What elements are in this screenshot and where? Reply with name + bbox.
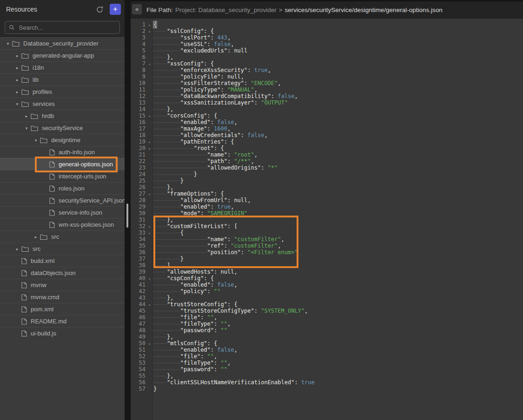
code-line: 47"fileType": "", xyxy=(131,321,523,327)
indent-guide xyxy=(153,243,207,249)
tree-item-general-options-json[interactable]: general-options.json xyxy=(0,158,125,170)
line-number: 34 xyxy=(131,236,146,243)
tree-item-label: src xyxy=(33,245,40,252)
line-number: 4 xyxy=(131,41,146,47)
code-token: "policy": xyxy=(180,288,214,295)
line-number: 47 xyxy=(131,321,146,327)
indent-guide xyxy=(153,262,167,269)
tree-item-auth-info-json[interactable]: auth-info.json xyxy=(0,146,125,158)
chevron-right-icon[interactable]: ▸ xyxy=(13,247,21,251)
chevron-right-icon[interactable]: ▸ xyxy=(13,66,21,70)
code-token: "path": xyxy=(207,158,234,164)
code-token: , xyxy=(281,236,285,243)
code-line: 31}, xyxy=(131,217,523,223)
tree-item-build-xml[interactable]: build.xml xyxy=(0,255,125,267)
tree-item-wm-xss-policies-json[interactable]: wm-xss-policies.json xyxy=(0,218,125,230)
code-line: 28"allowFromUrl": null, xyxy=(131,197,523,203)
line-number: 51 xyxy=(131,347,146,353)
tree-item-securityservice-api-json[interactable]: securityService_API.json xyxy=(0,194,125,206)
code-token: "trustStoreConfig": { xyxy=(167,301,238,308)
tree-item-mvnw[interactable]: mvnw xyxy=(0,279,125,291)
indent-guide xyxy=(153,190,167,197)
tree-item-services[interactable]: ▾services xyxy=(0,98,125,110)
code-token: , xyxy=(227,360,231,366)
code-token: 443 xyxy=(217,34,227,41)
tree-item-hrdb[interactable]: ▸hrdb xyxy=(0,110,125,122)
tree-item-dataobjects-json[interactable]: dataObjects.json xyxy=(0,267,125,279)
chevron-down-icon[interactable]: ▾ xyxy=(4,41,12,46)
file-icon xyxy=(21,330,27,337)
file-icon xyxy=(21,270,27,276)
tree-scrollbar-thumb[interactable] xyxy=(126,203,128,228)
tree-item-label: mvnw xyxy=(31,282,46,289)
tree-item-service-info-json[interactable]: service-info.json xyxy=(0,206,125,218)
tree-item-securityservice[interactable]: ▾securityService xyxy=(0,122,125,134)
chevron-right-icon[interactable]: ▸ xyxy=(22,114,31,118)
indent-guide xyxy=(153,230,180,236)
line-number: 35 xyxy=(131,243,146,249)
chevron-right-icon[interactable]: ▸ xyxy=(32,235,40,239)
code-editor[interactable]: 1▾{2▾"sslConfig": {3"sslPort": 443,4"use… xyxy=(131,19,523,420)
tree-item-label: generated-angular-app xyxy=(33,52,94,59)
tree-item-readme-md[interactable]: README.md xyxy=(0,315,125,327)
line-number: 26 xyxy=(131,184,146,190)
code-line: 10"xssFilterStrategy": "ENCODE", xyxy=(131,80,523,86)
line-number: 36 xyxy=(131,249,146,256)
collapse-panel-button[interactable]: « xyxy=(132,4,142,14)
line-number: 48 xyxy=(131,327,146,334)
code-token: , xyxy=(214,314,217,321)
indent-guide xyxy=(153,203,180,210)
indent-guide xyxy=(153,360,180,366)
line-number: 16 xyxy=(131,119,146,125)
refresh-icon xyxy=(96,6,104,13)
indent-guide xyxy=(153,217,167,223)
code-token: , xyxy=(305,308,308,314)
search-input[interactable] xyxy=(18,24,116,32)
tree-item-database-security-provider[interactable]: ▾Database_security_provider xyxy=(0,37,125,49)
tree-item-ui-build-js[interactable]: ui-build.js xyxy=(0,327,125,339)
panel-divider[interactable] xyxy=(125,0,131,420)
tree-item-i18n[interactable]: ▸i18n xyxy=(0,61,125,73)
code-line: 11"policyType": "MANUAL", xyxy=(131,86,523,93)
tree-item-src[interactable]: ▸src xyxy=(0,230,125,243)
chevron-down-icon[interactable]: ▾ xyxy=(13,102,21,106)
code-line: 56"clientSSLHostNameVerificationEnabled"… xyxy=(131,379,523,386)
chevron-right-icon[interactable]: ▸ xyxy=(13,90,21,94)
add-button[interactable]: + xyxy=(110,4,121,15)
code-token: , xyxy=(294,93,298,99)
indent-guide xyxy=(153,47,180,54)
line-number: 43 xyxy=(131,295,146,301)
tree-item-designtime[interactable]: ▾designtime xyxy=(0,134,125,146)
tree-item-label: hrdb xyxy=(42,112,54,119)
tree-item-profiles[interactable]: ▸profiles xyxy=(0,85,125,98)
code-token: false xyxy=(247,132,264,138)
indent-guide xyxy=(153,106,167,112)
chevron-right-icon[interactable]: ▸ xyxy=(13,53,21,58)
code-line: 2▾"sslConfig": { xyxy=(131,28,523,34)
chevron-right-icon[interactable]: ▸ xyxy=(13,78,21,82)
indent-guide xyxy=(153,132,180,138)
code-token: 1600 xyxy=(214,125,227,132)
code-line: 26}, xyxy=(131,184,523,190)
folder-icon xyxy=(21,246,29,252)
tree-item-mvnw-cmd[interactable]: mvnw.cmd xyxy=(0,291,125,303)
file-icon xyxy=(49,185,55,192)
tree-item-roles-json[interactable]: roles.json xyxy=(0,182,125,194)
code-token: { xyxy=(180,230,184,236)
code-line: 5"excludedUrls": null xyxy=(131,47,523,54)
indent-guide xyxy=(153,314,180,321)
tree-item-src[interactable]: ▸src xyxy=(0,243,125,255)
search-box[interactable] xyxy=(5,21,120,34)
line-number: 56 xyxy=(131,379,146,386)
refresh-button[interactable] xyxy=(95,5,104,14)
code-line: 51"enabled": false, xyxy=(131,347,523,353)
tree-item-lib[interactable]: ▸lib xyxy=(0,73,125,85)
tree-item-intercept-urls-json[interactable]: intercept-urls.json xyxy=(0,170,125,182)
chevron-down-icon[interactable]: ▾ xyxy=(32,138,40,143)
tree-item-generated-angular-app[interactable]: ▸generated-angular-app xyxy=(0,49,125,61)
code-token: "maxAge": xyxy=(180,125,214,132)
chevron-down-icon[interactable]: ▾ xyxy=(22,126,31,131)
code-token: "dataBackwardCompatibility": xyxy=(180,93,278,99)
indent-guide xyxy=(153,145,194,151)
tree-item-pom-xml[interactable]: pom.xml xyxy=(0,303,125,315)
